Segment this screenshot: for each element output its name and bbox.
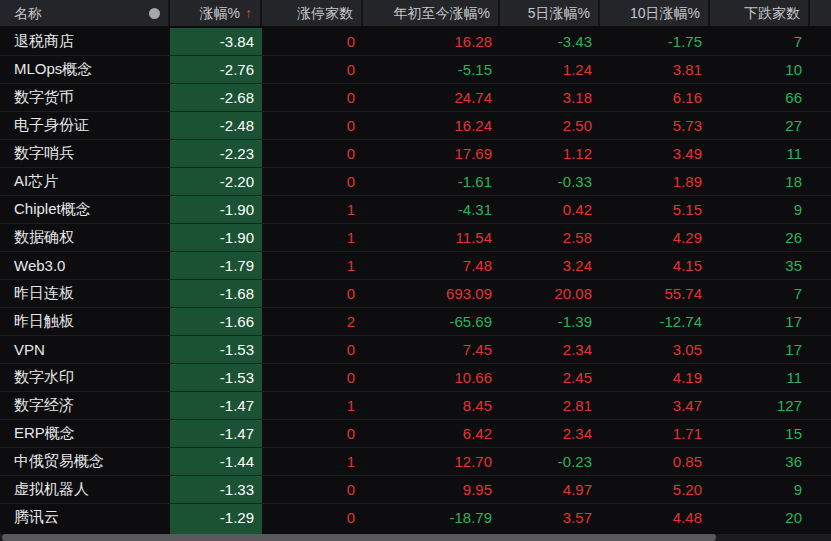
cell-d5: 2.34 (500, 420, 600, 447)
table-row[interactable]: 数据确权-1.90111.542.584.2926 (0, 224, 831, 252)
cell-filler (810, 196, 831, 223)
cell-d10: 5.15 (600, 196, 710, 223)
cell-name: Web3.0 (0, 252, 170, 279)
cell-filler (810, 224, 831, 251)
cell-limit_up: 0 (262, 476, 363, 503)
table-row[interactable]: Web3.0-1.7917.483.244.1535 (0, 252, 831, 280)
table-row[interactable]: 虚拟机器人-1.3309.954.975.209 (0, 476, 831, 504)
cell-d5: 2.58 (500, 224, 600, 251)
cell-d5: -3.43 (500, 28, 600, 55)
cell-d10: -12.74 (600, 308, 710, 335)
cell-ytd: 7.48 (363, 252, 500, 279)
column-header-name-label: 名称 (14, 0, 42, 26)
cell-change: -1.66 (170, 308, 262, 335)
cell-filler (810, 476, 831, 503)
table-row[interactable]: 数字哨兵-2.23017.691.123.4911 (0, 140, 831, 168)
cell-d10: 3.47 (600, 392, 710, 419)
column-header-10day-label: 10日涨幅% (630, 0, 700, 26)
marker-circle-icon[interactable] (149, 8, 160, 19)
column-header-name[interactable]: 名称 (0, 0, 170, 26)
column-header-ytd-label: 年初至今涨幅% (394, 0, 490, 26)
table-row[interactable]: 数字经济-1.4718.452.813.47127 (0, 392, 831, 420)
table-row[interactable]: 腾讯云-1.290-18.793.574.4820 (0, 504, 831, 532)
cell-name: 中俄贸易概念 (0, 448, 170, 475)
cell-ytd: 6.42 (363, 420, 500, 447)
cell-decliners: 17 (710, 336, 810, 363)
cell-decliners: 11 (710, 140, 810, 167)
cell-limit_up: 1 (262, 392, 363, 419)
cell-ytd: 17.69 (363, 140, 500, 167)
table-row[interactable]: ERP概念-1.4706.422.341.7115 (0, 420, 831, 448)
cell-ytd: 8.45 (363, 392, 500, 419)
cell-name: 昨日触板 (0, 308, 170, 335)
cell-d5: 2.34 (500, 336, 600, 363)
cell-ytd: -1.61 (363, 168, 500, 195)
table-row[interactable]: Chiplet概念-1.901-4.310.425.159 (0, 196, 831, 224)
cell-change: -2.20 (170, 168, 262, 195)
table-row[interactable]: 退税商店-3.84016.28-3.43-1.757 (0, 28, 831, 56)
column-header-10day[interactable]: 10日涨幅% (600, 0, 710, 26)
cell-d10: 4.48 (600, 504, 710, 531)
table-row[interactable]: VPN-1.5307.452.343.0517 (0, 336, 831, 364)
table-row[interactable]: 中俄贸易概念-1.44112.70-0.230.8536 (0, 448, 831, 476)
cell-change: -2.48 (170, 112, 262, 139)
cell-limit_up: 0 (262, 336, 363, 363)
cell-change: -1.79 (170, 252, 262, 279)
column-header-ytd[interactable]: 年初至今涨幅% (363, 0, 500, 26)
cell-change: -3.84 (170, 28, 262, 55)
cell-d5: 4.97 (500, 476, 600, 503)
cell-d10: -1.75 (600, 28, 710, 55)
cell-limit_up: 0 (262, 112, 363, 139)
cell-d10: 1.89 (600, 168, 710, 195)
cell-decliners: 7 (710, 280, 810, 307)
cell-decliners: 11 (710, 364, 810, 391)
cell-change: -2.23 (170, 140, 262, 167)
table-row[interactable]: 昨日连板-1.680693.0920.0855.747 (0, 280, 831, 308)
cell-d5: 3.24 (500, 252, 600, 279)
table-body: 退税商店-3.84016.28-3.43-1.757MLOps概念-2.760-… (0, 28, 831, 532)
column-header-limit-up-label: 涨停家数 (297, 0, 353, 26)
cell-decliners: 10 (710, 56, 810, 83)
cell-limit_up: 0 (262, 28, 363, 55)
cell-d5: 2.45 (500, 364, 600, 391)
scrollbar-thumb[interactable] (2, 534, 716, 541)
cell-limit_up: 0 (262, 168, 363, 195)
column-header-5day[interactable]: 5日涨幅% (500, 0, 600, 26)
cell-name: 昨日连板 (0, 280, 170, 307)
cell-d10: 0.85 (600, 448, 710, 475)
column-header-change[interactable]: 涨幅% ↑ (170, 0, 262, 26)
cell-filler (810, 112, 831, 139)
table-row[interactable]: 电子身份证-2.48016.242.505.7327 (0, 112, 831, 140)
cell-limit_up: 0 (262, 84, 363, 111)
cell-change: -1.29 (170, 504, 262, 531)
cell-d10: 3.49 (600, 140, 710, 167)
cell-name: 数字经济 (0, 392, 170, 419)
cell-change: -1.44 (170, 448, 262, 475)
table-row[interactable]: 昨日触板-1.662-65.69-1.39-12.7417 (0, 308, 831, 336)
cell-change: -1.53 (170, 364, 262, 391)
table-row[interactable]: AI芯片-2.200-1.61-0.331.8918 (0, 168, 831, 196)
table-row[interactable]: 数字货币-2.68024.743.186.1666 (0, 84, 831, 112)
cell-change: -2.76 (170, 56, 262, 83)
column-header-limit-up[interactable]: 涨停家数 (262, 0, 363, 26)
horizontal-scrollbar[interactable] (0, 534, 831, 541)
cell-ytd: 9.95 (363, 476, 500, 503)
cell-d5: 1.24 (500, 56, 600, 83)
cell-ytd: 12.70 (363, 448, 500, 475)
cell-decliners: 20 (710, 504, 810, 531)
cell-name: 数据确权 (0, 224, 170, 251)
table-row[interactable]: 数字水印-1.53010.662.454.1911 (0, 364, 831, 392)
table-row[interactable]: MLOps概念-2.760-5.151.243.8110 (0, 56, 831, 84)
cell-change: -1.33 (170, 476, 262, 503)
cell-filler (810, 56, 831, 83)
cell-name: 腾讯云 (0, 504, 170, 531)
cell-d5: 2.50 (500, 112, 600, 139)
cell-d5: 3.18 (500, 84, 600, 111)
sort-ascending-icon: ↑ (245, 0, 252, 26)
column-header-decliners[interactable]: 下跌家数 (710, 0, 810, 26)
cell-decliners: 26 (710, 224, 810, 251)
cell-decliners: 15 (710, 420, 810, 447)
cell-filler (810, 168, 831, 195)
cell-d10: 4.29 (600, 224, 710, 251)
cell-d5: -0.33 (500, 168, 600, 195)
